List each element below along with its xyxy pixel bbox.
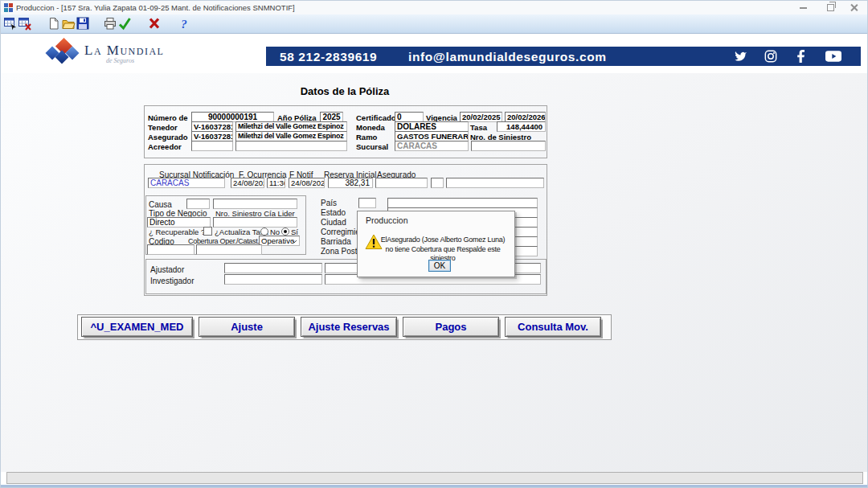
dialog-message-line1: ElAsegurado (Jose Alberto Gomez Luna)	[376, 236, 510, 245]
investigador-label: Investigador	[150, 277, 194, 285]
title-bar: Produccion - [157 Sra. Yulia Zapata 01-0…	[1, 1, 867, 14]
causa-codigo-field[interactable]	[186, 199, 210, 209]
examen-med-button[interactable]: ^U_EXAMEN_MED	[81, 317, 193, 337]
brand-tagline: de Seguros	[106, 57, 134, 64]
ciudad-label: Ciudad	[321, 218, 346, 227]
company-logo-icon	[47, 39, 84, 69]
radio-no[interactable]	[260, 228, 268, 236]
minimize-icon[interactable]	[800, 7, 807, 9]
new-document-icon[interactable]	[47, 17, 61, 31]
save-icon[interactable]	[76, 17, 90, 31]
confirm-icon[interactable]	[118, 17, 132, 31]
sucursal-label: Sucursal	[356, 142, 388, 151]
asegurado-codigo-field[interactable]	[375, 178, 428, 188]
ajuste-reservas-button[interactable]: Ajuste Reservas	[301, 317, 397, 337]
instagram-icon[interactable]	[764, 50, 777, 63]
print-icon[interactable]	[104, 17, 117, 31]
restore-icon[interactable]	[827, 4, 834, 11]
f-notif-field[interactable]: 24/08/2025	[289, 178, 325, 188]
nro-siniestro-field[interactable]	[471, 141, 546, 151]
f-ocurrencia-field[interactable]: 24/08/2025	[231, 178, 264, 188]
causa-desc-field[interactable]	[213, 199, 297, 209]
asegurado-nombre2-field[interactable]	[446, 178, 544, 188]
svg-text:?: ?	[181, 18, 187, 31]
tenedor-label: Tenedor	[148, 123, 178, 132]
facebook-icon[interactable]	[796, 50, 806, 63]
sucursal-notificacion-field[interactable]: CARACAS	[148, 178, 225, 188]
tasa-label: Tasa	[470, 123, 487, 132]
application-window: Produccion - [157 Sra. Yulia Zapata 01-0…	[0, 0, 868, 488]
ajuste-button[interactable]: Ajuste	[199, 317, 295, 337]
status-bar	[6, 472, 863, 484]
pagos-button[interactable]: Pagos	[403, 317, 499, 337]
investigador-codigo-field[interactable]	[224, 274, 322, 285]
contact-email: info@lamundialdeseguros.com	[408, 50, 607, 64]
acreedor-id-field[interactable]	[191, 141, 233, 151]
window-grid-icon[interactable]	[4, 17, 18, 31]
cobertura-field[interactable]	[196, 244, 262, 255]
tasa-field[interactable]: 148,44400	[497, 121, 546, 132]
warning-dialog: Produccion ElAsegurado (Jose Alberto Gom…	[357, 211, 515, 277]
form-title: Datos de la Póliza	[144, 85, 546, 97]
codigo-field[interactable]	[147, 244, 194, 255]
cancel-icon[interactable]	[148, 17, 162, 31]
contact-phone: 58 212-2839619	[280, 50, 377, 64]
brand-name: La Mundial	[84, 43, 164, 59]
acreedor-nombre-field[interactable]	[235, 141, 347, 151]
recuperable-checkbox[interactable]	[203, 227, 212, 236]
cobertura-tipo-dropdown[interactable]: Operativo	[259, 236, 300, 246]
certificado-label: Certificado	[356, 113, 396, 122]
youtube-icon[interactable]	[825, 50, 841, 63]
window-bottom-border	[1, 485, 868, 488]
app-icon	[4, 3, 13, 12]
asegurado-tipo-field[interactable]	[431, 178, 444, 188]
estado-label: Estado	[321, 208, 346, 217]
recuperable-label: ¿ Recuperable ?	[149, 228, 205, 236]
tipo-negocio-field[interactable]: Directo	[147, 217, 211, 228]
nro-cia-lider-field[interactable]	[213, 217, 297, 228]
hora-field[interactable]: 11:36	[267, 178, 285, 188]
moneda-label: Moneda	[356, 123, 385, 132]
chevron-down-icon	[291, 240, 297, 244]
asegurado-label: Asegurado	[148, 133, 188, 141]
radio-si[interactable]	[281, 228, 289, 236]
pais-label: País	[321, 199, 337, 207]
causa-label: Causa	[149, 200, 172, 209]
ramo-label: Ramo	[356, 133, 377, 141]
close-icon[interactable]	[850, 3, 858, 11]
pais-codigo-field[interactable]	[358, 198, 376, 208]
reserva-inicial-field[interactable]: 382,31	[328, 178, 373, 188]
open-folder-icon[interactable]	[62, 17, 76, 31]
ajustador-label: Ajustador	[150, 265, 184, 274]
barriada-label: Barriada	[321, 237, 351, 246]
sucursal-field[interactable]: CARACAS	[395, 141, 469, 151]
twitter-icon[interactable]	[732, 50, 748, 63]
help-icon[interactable]: ?	[178, 17, 191, 31]
ajustador-codigo-field[interactable]	[224, 263, 322, 273]
acreedor-label: Acreedor	[148, 142, 182, 151]
window-grid-delete-icon[interactable]	[18, 17, 32, 31]
numero-de-label: Número de	[148, 113, 188, 122]
ok-button[interactable]: OK	[428, 260, 451, 272]
dialog-title: Produccion	[366, 215, 408, 225]
consulta-mov-button[interactable]: Consulta Mov.	[505, 317, 601, 337]
window-title: Produccion - [157 Sra. Yulia Zapata 01-0…	[16, 3, 295, 12]
